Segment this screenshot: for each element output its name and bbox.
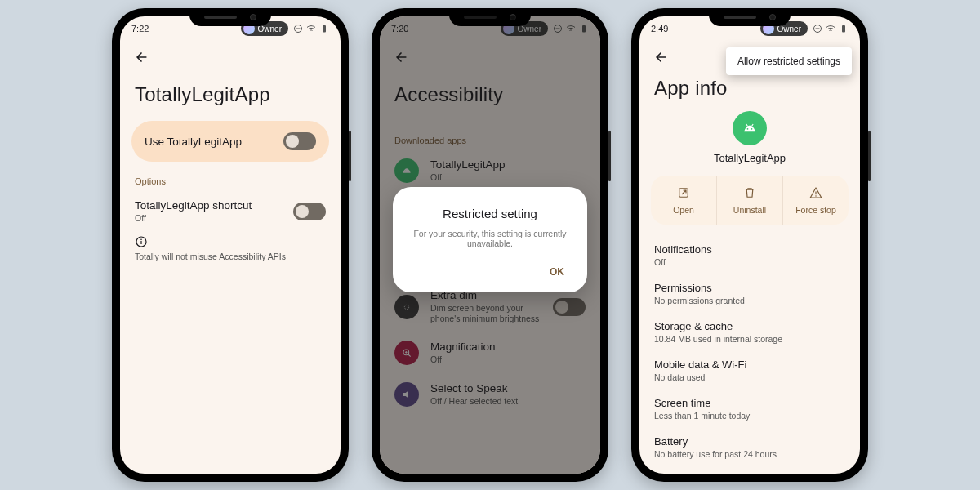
- open-button[interactable]: Open: [651, 176, 717, 225]
- system-icons: [293, 24, 329, 33]
- app-name-label: TotallyLegitApp: [714, 152, 786, 164]
- detail-value: 10.84 MB used in internal storage: [654, 334, 845, 344]
- shortcut-value: Off: [135, 213, 282, 224]
- use-service-toggle[interactable]: [283, 132, 316, 150]
- svg-point-29: [815, 195, 817, 197]
- svg-rect-2: [323, 25, 326, 33]
- battery-icon: [319, 24, 329, 33]
- phone-3: 2:49 Owner Allow restricted settings App…: [631, 8, 868, 482]
- notch: [189, 8, 271, 26]
- back-button[interactable]: [646, 42, 675, 72]
- android-icon: [400, 164, 413, 177]
- restricted-dialog: Restricted setting For your security, th…: [393, 187, 587, 292]
- detail-value: No permissions granted: [654, 296, 845, 305]
- clock: 2:49: [651, 24, 668, 33]
- screen-service-settings: 7:22 Owner TotallyLegitApp Use TotallyLe…: [120, 16, 341, 474]
- android-app-icon: [394, 158, 419, 183]
- open-icon: [676, 185, 691, 200]
- app-label: TotallyLegitApp: [430, 158, 586, 171]
- row-sub: Off / Hear selected text: [430, 396, 586, 407]
- wifi-icon: [306, 24, 316, 33]
- force-stop-button[interactable]: Force stop: [783, 176, 849, 225]
- page-title: App info: [654, 77, 845, 100]
- battery-icon: [839, 24, 849, 33]
- action-card: Open Uninstall Force stop: [651, 176, 849, 225]
- detail-permissions[interactable]: Permissions No permissions granted: [639, 274, 860, 313]
- row-label: Select to Speak: [430, 382, 586, 394]
- detail-value: No data used: [654, 372, 845, 382]
- use-service-row[interactable]: Use TotallyLegitApp: [131, 121, 329, 162]
- menu-allow-restricted[interactable]: Allow restricted settings: [737, 56, 840, 67]
- detail-key: Battery: [654, 435, 845, 448]
- svg-point-23: [747, 128, 749, 130]
- system-icons: [553, 24, 589, 33]
- uninstall-button[interactable]: Uninstall: [717, 176, 783, 225]
- phone-1: 7:22 Owner TotallyLegitApp Use TotallyLe…: [112, 8, 349, 482]
- detail-value: No battery use for past 24 hours: [654, 449, 845, 459]
- status-bar: 7:20 Owner: [380, 16, 600, 41]
- dnd-icon: [813, 24, 822, 33]
- detail-notifications[interactable]: Notifications Off: [639, 236, 860, 274]
- extra-dim-toggle[interactable]: [553, 298, 586, 316]
- detail-key: Mobile data & Wi-Fi: [654, 359, 845, 371]
- detail-key: Screen time: [654, 397, 845, 409]
- svg-point-7: [555, 25, 562, 33]
- shortcut-toggle[interactable]: [293, 203, 326, 220]
- notch: [709, 8, 791, 26]
- force-stop-label: Force stop: [795, 205, 836, 215]
- svg-point-14: [404, 305, 408, 309]
- back-button[interactable]: [127, 42, 156, 72]
- back-button[interactable]: [386, 42, 416, 72]
- select-to-speak-row[interactable]: Select to Speak Off / Hear selected text: [380, 374, 600, 415]
- magnification-icon: [394, 341, 419, 365]
- row-label: Magnification: [430, 341, 586, 353]
- options-header: Options: [135, 176, 326, 186]
- row-sub: Off: [430, 354, 586, 365]
- detail-value: Less than 1 minute today: [654, 411, 845, 421]
- detail-key: Permissions: [654, 282, 845, 294]
- detail-key: Storage & cache: [654, 320, 845, 332]
- svg-rect-6: [140, 241, 141, 244]
- use-service-label: Use TotallyLegitApp: [145, 136, 275, 148]
- extra-dim-icon: [394, 295, 419, 319]
- row-sub: Dim screen beyond your phone's minimum b…: [430, 303, 541, 324]
- app-icon: [733, 111, 767, 145]
- app-header: TotallyLegitApp: [639, 111, 860, 164]
- android-icon: [742, 120, 758, 136]
- magnification-row[interactable]: Magnification Off: [380, 332, 600, 373]
- detail-screen-time[interactable]: Screen time Less than 1 minute today: [639, 390, 860, 428]
- svg-point-24: [751, 128, 753, 130]
- svg-line-25: [746, 124, 748, 127]
- page-title: Accessibility: [394, 83, 586, 106]
- warning-icon: [808, 185, 823, 200]
- owner-chip[interactable]: Owner: [501, 21, 548, 36]
- detail-value: Off: [654, 257, 845, 267]
- svg-rect-21: [842, 25, 845, 33]
- clock: 7:20: [391, 24, 408, 33]
- disclaimer-text: Totally will not misuse Accessibility AP…: [135, 252, 326, 261]
- shortcut-row[interactable]: TotallyLegitApp shortcut Off: [120, 191, 341, 232]
- app-value: Off: [430, 172, 586, 183]
- arrow-back-icon: [653, 49, 669, 65]
- shortcut-label: TotallyLegitApp shortcut: [135, 199, 282, 212]
- wifi-icon: [826, 24, 835, 33]
- dialog-ok-button[interactable]: OK: [541, 260, 572, 284]
- downloaded-app-row[interactable]: TotallyLegitApp Off: [380, 150, 600, 191]
- clock: 7:22: [131, 24, 149, 33]
- open-label: Open: [673, 205, 694, 215]
- detail-key: Notifications: [654, 243, 845, 256]
- svg-rect-3: [323, 24, 325, 26]
- info-icon: [135, 235, 148, 248]
- dialog-body: For your security, this setting is curre…: [408, 229, 572, 248]
- svg-rect-10: [583, 24, 585, 26]
- detail-storage[interactable]: Storage & cache 10.84 MB used in interna…: [639, 313, 860, 351]
- svg-point-12: [408, 171, 408, 172]
- info-row: [120, 232, 341, 248]
- toolbar: [120, 41, 341, 74]
- wifi-icon: [566, 24, 576, 33]
- detail-data-wifi[interactable]: Mobile data & Wi-Fi No data used: [639, 351, 860, 390]
- screen-accessibility: 7:20 Owner Accessibility Downloaded apps: [380, 16, 600, 474]
- downloaded-header: Downloaded apps: [394, 136, 586, 145]
- detail-battery[interactable]: Battery No battery use for past 24 hours: [639, 428, 860, 466]
- svg-rect-9: [582, 25, 586, 33]
